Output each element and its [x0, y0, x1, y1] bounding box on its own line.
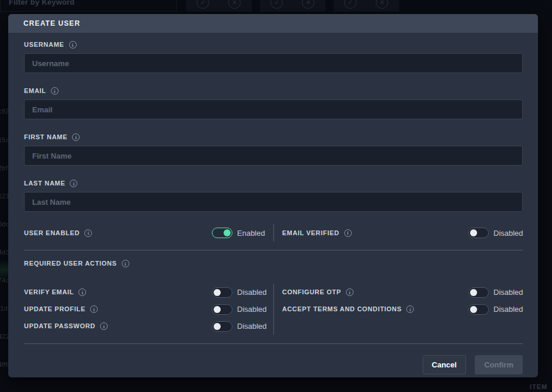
configure-otp-state: Disabled: [493, 288, 523, 297]
info-icon[interactable]: [122, 260, 129, 267]
required-user-actions-label: REQUIRED USER ACTIONS: [24, 260, 117, 267]
last-name-input[interactable]: [24, 192, 523, 212]
update-profile-row: UPDATE PROFILE Disabled: [24, 301, 266, 318]
user-enabled-state: Enabled: [237, 229, 266, 238]
email-input[interactable]: [24, 99, 523, 119]
modal-header: CREATE USER: [8, 14, 538, 33]
verify-email-row: VERIFY EMAIL Disabled: [24, 284, 266, 301]
accept-terms-state: Disabled: [493, 305, 523, 314]
info-icon[interactable]: [406, 305, 414, 313]
modal-title: CREATE USER: [23, 19, 80, 27]
info-icon[interactable]: [72, 133, 80, 141]
modal-footer: Cancel Confirm: [24, 355, 523, 374]
toggle-knob: [470, 306, 477, 313]
accept-terms-label: ACCEPT TERMS AND CONDITIONS: [282, 305, 402, 313]
update-password-label: UPDATE PASSWORD: [24, 322, 95, 330]
configure-otp-toggle[interactable]: [468, 287, 489, 298]
verify-email-toggle[interactable]: [212, 287, 232, 298]
info-icon[interactable]: [69, 41, 77, 49]
first-name-input[interactable]: [24, 146, 523, 166]
modal-body: USERNAME EMAIL FIRST NAME LAST NAME: [8, 33, 538, 377]
verify-email-state: Disabled: [237, 288, 266, 297]
user-enabled-row: USER ENABLED Enabled: [24, 224, 273, 242]
email-field-group: EMAIL: [24, 87, 523, 119]
username-field-group: USERNAME: [24, 41, 523, 73]
cancel-button[interactable]: Cancel: [423, 355, 467, 374]
first-name-label: FIRST NAME: [24, 133, 67, 141]
toggle-knob: [214, 289, 221, 296]
configure-otp-row: CONFIGURE OTP Disabled: [282, 284, 523, 301]
update-profile-label: UPDATE PROFILE: [24, 305, 85, 313]
section-divider: [24, 250, 523, 250]
email-verified-row: EMAIL VERIFIED Disabled: [273, 224, 523, 242]
verify-email-label: VERIFY EMAIL: [24, 288, 74, 296]
email-verified-toggle[interactable]: [468, 228, 489, 238]
accept-terms-toggle[interactable]: [468, 304, 489, 315]
info-icon[interactable]: [78, 288, 86, 296]
user-enabled-toggle[interactable]: [212, 228, 232, 238]
email-verified-label: EMAIL VERIFIED: [282, 229, 340, 237]
update-password-toggle[interactable]: [212, 321, 232, 332]
update-profile-toggle[interactable]: [212, 304, 232, 315]
info-icon[interactable]: [70, 180, 77, 187]
last-name-field-group: LAST NAME: [24, 180, 523, 212]
footer-divider: [24, 343, 523, 344]
confirm-button[interactable]: Confirm: [475, 355, 523, 374]
username-input[interactable]: [24, 53, 523, 73]
toggle-knob: [214, 323, 221, 330]
username-label: USERNAME: [24, 41, 64, 49]
accept-terms-row: ACCEPT TERMS AND CONDITIONS Disabled: [282, 301, 523, 318]
update-password-state: Disabled: [237, 322, 266, 331]
info-icon[interactable]: [84, 229, 92, 237]
info-icon[interactable]: [51, 87, 59, 95]
user-enabled-label: USER ENABLED: [24, 229, 80, 237]
info-icon[interactable]: [100, 322, 108, 330]
toggle-knob: [214, 306, 221, 313]
configure-otp-label: CONFIGURE OTP: [282, 288, 341, 296]
email-label: EMAIL: [24, 87, 46, 95]
info-icon[interactable]: [90, 305, 98, 313]
update-profile-state: Disabled: [237, 305, 266, 314]
toggle-knob: [470, 289, 477, 296]
info-icon[interactable]: [346, 288, 354, 296]
info-icon[interactable]: [344, 229, 352, 237]
toggle-knob: [470, 229, 477, 236]
update-password-row: UPDATE PASSWORD Disabled: [24, 318, 266, 335]
email-verified-state: Disabled: [493, 229, 523, 238]
last-name-label: LAST NAME: [24, 180, 65, 187]
create-user-modal: CREATE USER USERNAME EMAIL FIRST NAME: [8, 14, 538, 377]
first-name-field-group: FIRST NAME: [24, 133, 523, 166]
toggle-knob: [224, 229, 231, 236]
